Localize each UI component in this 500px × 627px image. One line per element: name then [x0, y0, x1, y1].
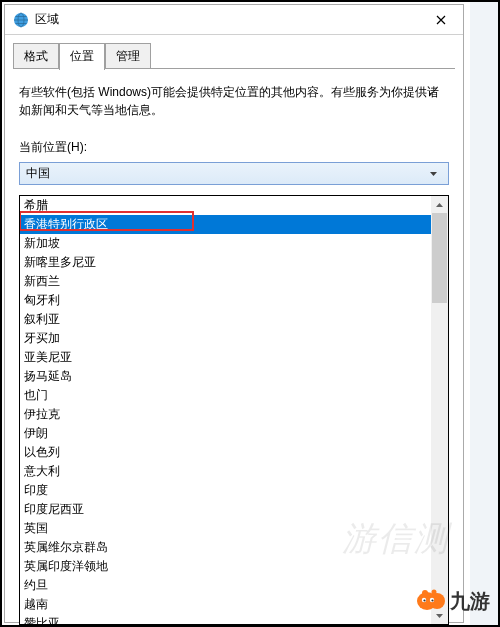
dropdown-item[interactable]: 伊拉克	[20, 405, 431, 424]
dropdown-item[interactable]: 也门	[20, 386, 431, 405]
dropdown-item[interactable]: 亚美尼亚	[20, 348, 431, 367]
svg-point-4	[422, 590, 428, 596]
dropdown-item[interactable]: 印度	[20, 481, 431, 500]
logo-text: 九游	[450, 588, 490, 615]
dropdown-list: 希腊香港特别行政区新加坡新喀里多尼亚新西兰匈牙利叙利亚牙买加亚美尼亚扬马延岛也门…	[20, 196, 431, 624]
dropdown-item[interactable]: 新西兰	[20, 272, 431, 291]
dropdown-item[interactable]: 意大利	[20, 462, 431, 481]
dropdown-item[interactable]: 约旦	[20, 576, 431, 595]
svg-point-5	[432, 590, 437, 595]
dropdown-item[interactable]: 匈牙利	[20, 291, 431, 310]
brand-logo: 九游	[416, 586, 490, 617]
window-title: 区域	[35, 11, 418, 28]
chevron-down-icon	[425, 172, 442, 176]
dropdown-item[interactable]: 英属印度洋领地	[20, 557, 431, 576]
dropdown-item[interactable]: 新加坡	[20, 234, 431, 253]
dropdown-item[interactable]: 香港特别行政区	[20, 215, 431, 234]
dropdown-item[interactable]: 英国	[20, 519, 431, 538]
svg-point-9	[431, 599, 433, 601]
dropdown-item[interactable]: 越南	[20, 595, 431, 614]
scrollbar-thumb[interactable]	[432, 213, 447, 303]
close-icon	[436, 11, 446, 29]
region-dialog: 区域 格式 位置 管理 有些软件(包括 Windows)可能会提供特定位置的其他…	[4, 4, 464, 623]
tab-admin[interactable]: 管理	[105, 43, 151, 69]
location-combobox[interactable]: 中国	[19, 162, 449, 185]
tab-bar: 格式 位置 管理	[5, 35, 463, 69]
dropdown-item[interactable]: 希腊	[20, 196, 431, 215]
dropdown-item[interactable]: 印度尼西亚	[20, 500, 431, 519]
right-strip-bg	[470, 0, 500, 627]
combo-selected-text: 中国	[26, 165, 425, 182]
current-location-label: 当前位置(H):	[19, 139, 449, 156]
dropdown-item[interactable]: 伊朗	[20, 424, 431, 443]
dropdown-item[interactable]: 扬马延岛	[20, 367, 431, 386]
dropdown-item[interactable]: 赞比亚	[20, 614, 431, 624]
svg-point-8	[423, 599, 425, 601]
dropdown-item[interactable]: 叙利亚	[20, 310, 431, 329]
tab-format[interactable]: 格式	[13, 43, 59, 69]
globe-icon	[13, 12, 29, 28]
close-button[interactable]	[418, 5, 463, 34]
location-dropdown: 希腊香港特别行政区新加坡新喀里多尼亚新西兰匈牙利叙利亚牙买加亚美尼亚扬马延岛也门…	[19, 195, 449, 625]
dropdown-item[interactable]: 英属维尔京群岛	[20, 538, 431, 557]
dropdown-item[interactable]: 牙买加	[20, 329, 431, 348]
titlebar: 区域	[5, 5, 463, 35]
dropdown-item[interactable]: 新喀里多尼亚	[20, 253, 431, 272]
description-text: 有些软件(包括 Windows)可能会提供特定位置的其他内容。有些服务为你提供诸…	[19, 83, 449, 119]
tab-location[interactable]: 位置	[59, 43, 105, 70]
logo-icon	[416, 586, 446, 617]
dropdown-item[interactable]: 以色列	[20, 443, 431, 462]
scroll-up-button[interactable]	[431, 196, 448, 213]
tab-content: 有些软件(包括 Windows)可能会提供特定位置的其他内容。有些服务为你提供诸…	[5, 69, 463, 199]
scrollbar[interactable]	[431, 196, 448, 624]
